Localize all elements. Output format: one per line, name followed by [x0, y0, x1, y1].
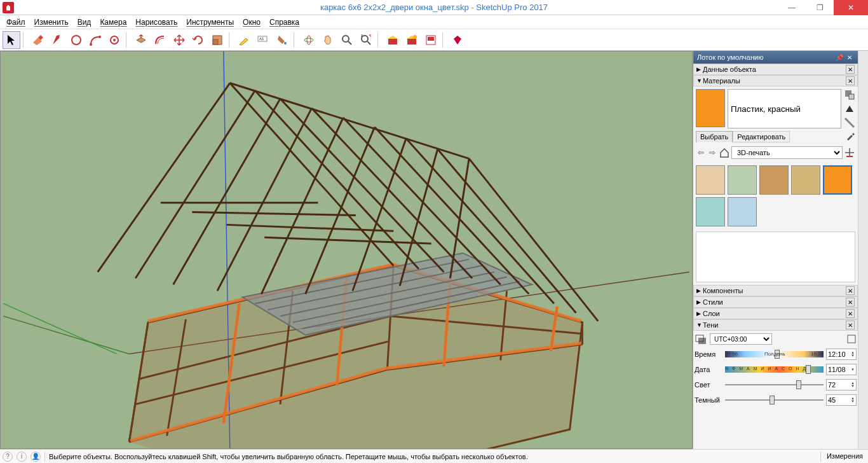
eraser-tool[interactable]: [29, 31, 47, 49]
pushpull-tool[interactable]: [132, 31, 150, 49]
tab-edit[interactable]: Редактировать: [733, 131, 790, 142]
back-front-icon[interactable]: [844, 117, 855, 128]
rectangle-tool[interactable]: [86, 31, 104, 49]
line-tool[interactable]: [48, 31, 66, 49]
close-button[interactable]: ✕: [834, 0, 868, 15]
select-tool[interactable]: [3, 31, 20, 49]
material-swatch[interactable]: [696, 165, 725, 195]
material-swatch[interactable]: [728, 165, 757, 195]
date-slider[interactable]: Я Ф М А М И И А С О Н Д: [725, 364, 824, 375]
material-library-select[interactable]: 3D-печать: [731, 146, 843, 159]
date-value[interactable]: 11/08▼: [826, 364, 857, 375]
menu-camera[interactable]: Камера: [96, 17, 130, 28]
circle-tool[interactable]: [105, 31, 123, 49]
orbit-tool[interactable]: [300, 31, 318, 49]
time-value[interactable]: 12:10▲▼: [826, 349, 857, 360]
move-tool[interactable]: [170, 31, 188, 49]
statusbar: ? i 👤 Выберите объекты. Воспользуйтесь к…: [0, 449, 868, 463]
section-close-icon[interactable]: ✕: [846, 76, 855, 85]
light-value[interactable]: 72▲▼: [826, 379, 857, 390]
material-name-input[interactable]: [728, 89, 841, 128]
light-slider[interactable]: [725, 380, 824, 390]
rotate-tool[interactable]: [189, 31, 207, 49]
window-title: каркас 6x6 2x2x2_двери окна_цвет.skp - S…: [320, 3, 548, 12]
svg-text:A1: A1: [259, 37, 264, 41]
arc-tool[interactable]: [67, 31, 85, 49]
material-list-area[interactable]: [696, 232, 855, 282]
shadow-settings-icon[interactable]: [846, 334, 857, 344]
offset-tool[interactable]: [151, 31, 169, 49]
section-entity-info[interactable]: ▶Данные объекта ✕: [693, 64, 858, 75]
tab-select[interactable]: Выбрать: [696, 131, 733, 142]
section-close-icon[interactable]: ✕: [846, 286, 855, 295]
section-close-icon[interactable]: ✕: [846, 321, 855, 329]
svg-rect-20: [428, 37, 434, 41]
maximize-button[interactable]: ❐: [806, 0, 834, 15]
svg-rect-81: [698, 338, 706, 344]
create-material-icon[interactable]: [844, 89, 855, 100]
minimize-button[interactable]: —: [778, 0, 806, 15]
scale-tool[interactable]: [208, 31, 226, 49]
home-icon[interactable]: [719, 147, 730, 158]
pan-tool[interactable]: [319, 31, 337, 49]
layout-tool[interactable]: [422, 31, 440, 49]
info-icon[interactable]: i: [17, 452, 27, 462]
menu-window[interactable]: Окно: [239, 17, 264, 28]
material-swatch[interactable]: [823, 165, 852, 195]
svg-point-14: [362, 36, 368, 42]
section-close-icon[interactable]: ✕: [846, 309, 855, 318]
svg-point-2: [98, 36, 101, 38]
zoom-extents-tool[interactable]: [357, 31, 375, 49]
app-icon: [3, 2, 14, 13]
material-swatch[interactable]: [696, 197, 725, 226]
menu-edit[interactable]: Изменить: [31, 17, 72, 28]
material-swatch[interactable]: [791, 165, 820, 195]
tray-close-icon[interactable]: ✕: [845, 53, 854, 62]
svg-line-15: [367, 41, 370, 45]
svg-line-56: [98, 83, 230, 272]
text-tool[interactable]: A1: [254, 31, 272, 49]
tape-tool[interactable]: [235, 31, 253, 49]
timezone-select[interactable]: UTC+03:00: [710, 333, 772, 345]
pin-icon[interactable]: 📌: [835, 53, 844, 62]
eyedropper-icon[interactable]: [845, 131, 855, 141]
nav-back-icon[interactable]: ⇦: [696, 148, 706, 158]
dark-slider[interactable]: [725, 395, 824, 405]
nav-fwd-icon[interactable]: ⇨: [707, 148, 717, 158]
dark-value[interactable]: 45▲▼: [826, 394, 857, 406]
menu-view[interactable]: Вид: [74, 17, 95, 28]
help-icon[interactable]: ?: [3, 452, 13, 462]
current-material-swatch[interactable]: [696, 89, 725, 127]
extension-tool[interactable]: [403, 31, 421, 49]
tray-header[interactable]: Лоток по умолчанию 📌 ✕: [693, 51, 858, 64]
status-hint: Выберите объекты. Воспользуйтесь клавише…: [49, 453, 528, 460]
svg-rect-82: [848, 335, 855, 343]
section-close-icon[interactable]: ✕: [846, 65, 855, 74]
material-swatch[interactable]: [728, 197, 757, 226]
material-swatch[interactable]: [759, 165, 789, 195]
section-materials[interactable]: ▼Материалы ✕: [693, 75, 858, 86]
menu-draw[interactable]: Нарисовать: [132, 17, 181, 28]
set-default-icon[interactable]: [844, 103, 855, 114]
svg-point-1: [90, 43, 92, 46]
shadows-panel: UTC+03:00 Время 07:56 Полдень 16:29 12:1…: [693, 331, 858, 408]
menu-file[interactable]: Файл: [3, 17, 29, 28]
paint-tool[interactable]: [273, 31, 291, 49]
section-styles[interactable]: ▶Стили ✕: [693, 296, 858, 308]
section-components[interactable]: ▶Компоненты ✕: [693, 285, 858, 296]
details-icon[interactable]: [844, 147, 855, 158]
warehouse-tool[interactable]: [384, 31, 402, 49]
shadow-toggle-icon[interactable]: [695, 333, 707, 345]
user-icon[interactable]: 👤: [31, 452, 41, 462]
svg-rect-17: [407, 39, 416, 45]
section-shadows[interactable]: ▼Тени ✕: [693, 319, 858, 331]
section-layers[interactable]: ▶Слои ✕: [693, 308, 858, 319]
panel-scrollbar[interactable]: [858, 51, 868, 449]
time-slider[interactable]: 07:56 Полдень 16:29: [725, 349, 824, 359]
section-close-icon[interactable]: ✕: [846, 298, 855, 307]
zoom-tool[interactable]: [338, 31, 356, 49]
viewport-3d[interactable]: [0, 51, 693, 449]
menu-tools[interactable]: Инструменты: [182, 17, 238, 28]
menu-help[interactable]: Справка: [266, 17, 303, 28]
ruby-tool[interactable]: [449, 31, 466, 49]
